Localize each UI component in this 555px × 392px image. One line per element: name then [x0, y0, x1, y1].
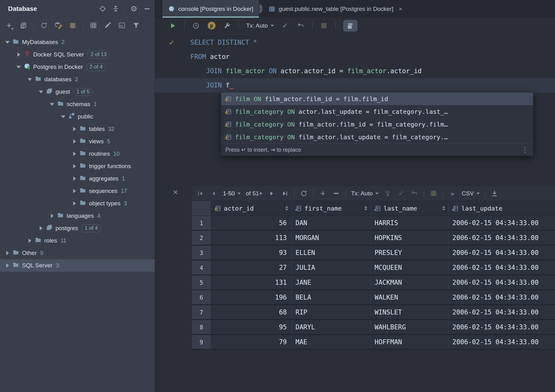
export-format-select[interactable]: CSV	[462, 190, 480, 197]
table-view-button[interactable]	[89, 21, 97, 29]
hide-button[interactable]	[143, 5, 151, 13]
cell-last_update[interactable]: 2006-02-15 04:34:33.00	[449, 246, 555, 260]
tree-item-sql-server[interactable]: SQL Server3	[0, 259, 155, 272]
row-number[interactable]: 6	[192, 290, 211, 304]
cell-last_update[interactable]: 2006-02-15 04:34:33.00	[449, 290, 555, 304]
add-row-button[interactable]: +	[319, 189, 327, 198]
column-header-last_update[interactable]: last_update	[449, 201, 555, 216]
chevron-collapsed-icon[interactable]	[71, 139, 78, 144]
sort-arrows-icon[interactable]	[285, 206, 288, 211]
row-number[interactable]: 3	[192, 246, 211, 260]
chevron-collapsed-icon[interactable]	[71, 201, 78, 206]
cell-last_update[interactable]: 2006-02-15 04:34:33.00	[449, 275, 555, 289]
cell-last_name[interactable]: WINSLET	[371, 305, 449, 319]
last-page-button[interactable]	[281, 189, 289, 198]
datasource-settings-button[interactable]	[223, 22, 231, 30]
chevron-expanded-icon[interactable]	[37, 91, 45, 93]
code-line-3[interactable]: JOIN film_actor ON actor.actor_id = film…	[155, 64, 555, 78]
sort-arrows-icon[interactable]	[364, 206, 367, 211]
cell-actor_id[interactable]: 79	[211, 335, 292, 349]
chevron-collapsed-icon[interactable]	[37, 226, 45, 230]
column-header-actor_id[interactable]: actor_id	[211, 201, 292, 216]
tree-item-aggregates[interactable]: aggregates1	[0, 172, 155, 185]
cell-actor_id[interactable]: 131	[211, 275, 292, 289]
refresh-button[interactable]	[40, 21, 48, 29]
tree-item-public[interactable]: public	[0, 110, 155, 123]
cell-last_name[interactable]: MCQUEEN	[371, 261, 449, 274]
cell-first_name[interactable]: ELLEN	[292, 246, 371, 260]
cell-actor_id[interactable]: 68	[211, 305, 292, 319]
commit-button[interactable]: ✓	[281, 22, 289, 30]
row-number[interactable]: 4	[192, 261, 211, 274]
cell-first_name[interactable]: BELA	[292, 290, 371, 304]
tree-item-tables[interactable]: tables32	[0, 123, 155, 135]
close-results-button[interactable]: ×	[171, 187, 180, 197]
next-page-button[interactable]	[268, 189, 276, 198]
more-options-icon[interactable]: ⋮	[522, 146, 529, 154]
chevron-collapsed-icon[interactable]	[71, 152, 78, 156]
download-button[interactable]	[491, 189, 499, 198]
cell-first_name[interactable]: JANE	[292, 275, 371, 289]
cell-first_name[interactable]: DAN	[292, 216, 371, 230]
datasource-properties-button[interactable]	[54, 21, 62, 29]
query-console-button[interactable]: QL	[118, 21, 126, 29]
tree-item-languages[interactable]: languages4	[0, 210, 155, 222]
tree-item-views[interactable]: views5	[0, 135, 155, 148]
chevron-expanded-icon[interactable]	[60, 115, 67, 118]
cell-actor_id[interactable]: 113	[211, 231, 292, 245]
chevron-collapsed-icon[interactable]	[4, 251, 11, 255]
locate-button[interactable]	[99, 5, 107, 13]
duplicate-button[interactable]	[19, 21, 27, 29]
new-datasource-button[interactable]: +	[5, 21, 13, 29]
cell-last_update[interactable]: 2006-02-15 04:34:33.00	[449, 216, 555, 230]
tree-item-trigger-functions[interactable]: trigger functions	[0, 160, 155, 172]
cell-first_name[interactable]: RIP	[292, 305, 371, 319]
code-line-1[interactable]: ✓SELECT DISTINCT *	[155, 35, 555, 50]
cell-last_update[interactable]: 2006-02-15 04:34:33.00	[449, 231, 555, 245]
cell-actor_id[interactable]: 95	[211, 320, 292, 334]
chevron-collapsed-icon[interactable]	[71, 189, 78, 193]
session-badge[interactable]: p	[207, 22, 215, 30]
previous-page-button[interactable]	[210, 189, 218, 198]
chevron-collapsed-icon[interactable]	[4, 263, 11, 268]
tree-item-other[interactable]: Other9	[0, 247, 155, 259]
sort-arrows-icon[interactable]	[442, 206, 445, 211]
tab-console[interactable]: console [Postgres in Docker]	[162, 0, 259, 18]
cell-first_name[interactable]: DARYL	[292, 320, 371, 334]
chevron-expanded-icon[interactable]	[4, 41, 11, 44]
row-number[interactable]: 8	[192, 320, 211, 334]
delete-row-button[interactable]	[332, 189, 340, 198]
cell-first_name[interactable]: JULIA	[292, 261, 371, 274]
tree-item-routines[interactable]: routines10	[0, 148, 155, 160]
stop-button[interactable]	[429, 189, 437, 198]
tab-new-table[interactable]: guest.public.new_table [Postgres in Dock…	[263, 0, 408, 18]
cell-last_name[interactable]: HARRIS	[371, 216, 449, 230]
reload-page-button[interactable]	[300, 189, 308, 198]
stop-query-button[interactable]	[320, 22, 328, 30]
cell-last_update[interactable]: 2006-02-15 04:34:33.00	[449, 335, 555, 349]
in-editor-results-toggle[interactable]	[343, 20, 357, 32]
page-range-select[interactable]: 1-50	[223, 190, 241, 197]
row-number[interactable]: 1	[192, 216, 211, 230]
execution-history-button[interactable]	[192, 22, 200, 30]
code-line-2[interactable]: FROM actor	[155, 50, 555, 64]
filter-button[interactable]	[132, 21, 140, 29]
tree-item-schemas[interactable]: schemas1	[0, 98, 155, 110]
chevron-collapsed-icon[interactable]	[48, 214, 56, 218]
settings-button[interactable]: ⚙	[130, 5, 138, 13]
cell-last_name[interactable]: WAHLBERG	[371, 320, 449, 334]
cell-last_name[interactable]: PRESLEY	[371, 246, 449, 260]
cell-last_name[interactable]: HOPKINS	[371, 231, 449, 245]
completion-item[interactable]: film ON film_actor.film_id = film.film_i…	[221, 92, 533, 105]
cell-last_name[interactable]: JACKMAN	[371, 275, 449, 289]
tree-item-databases[interactable]: databases2	[0, 73, 155, 86]
tree-item-sequences[interactable]: sequences17	[0, 185, 155, 197]
tree-item-docker-sql-server[interactable]: Docker SQL Server2 of 13	[0, 48, 155, 61]
row-number[interactable]: 7	[192, 305, 211, 319]
cell-actor_id[interactable]: 196	[211, 290, 292, 304]
tree-item-mydatabases[interactable]: MyDatabases2	[0, 36, 155, 48]
chevron-expanded-icon[interactable]	[48, 103, 56, 106]
tx-mode-select[interactable]: Tx: Auto	[351, 190, 379, 197]
cell-last_update[interactable]: 2006-02-15 04:34:33.00	[449, 305, 555, 319]
chevron-collapsed-icon[interactable]	[71, 164, 78, 168]
